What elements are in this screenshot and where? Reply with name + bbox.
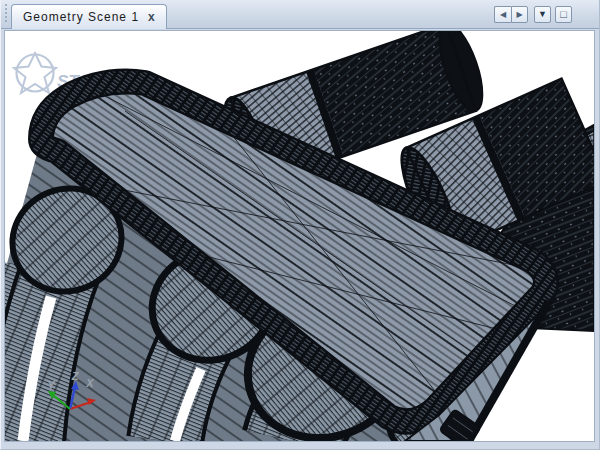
- graphics-viewport: STAR-CCM+: [4, 30, 595, 442]
- scroll-left-button[interactable]: ◀: [494, 6, 511, 23]
- dropdown-arrow-icon: ▼: [538, 10, 547, 19]
- tab-close-icon[interactable]: x: [148, 10, 155, 24]
- scroll-right-icon: ▶: [516, 11, 522, 19]
- tab-drag-grip[interactable]: [3, 2, 9, 24]
- maximize-button[interactable]: □: [555, 6, 572, 23]
- scene-window: Geometry Scene 1 x ◀ ▶ ▼ □: [0, 0, 600, 450]
- window-controls: ◀ ▶ ▼ □: [494, 6, 572, 23]
- scroll-right-button[interactable]: ▶: [511, 6, 528, 23]
- axis-x-label: X: [85, 377, 94, 389]
- tab-geometry-scene-1[interactable]: Geometry Scene 1 x: [11, 4, 167, 29]
- maximize-icon: □: [560, 9, 567, 20]
- axis-z-label: Z: [71, 370, 80, 382]
- scene-canvas[interactable]: STAR-CCM+: [5, 31, 594, 441]
- tab-bar: Geometry Scene 1 x ◀ ▶ ▼ □: [1, 0, 599, 29]
- tab-label: Geometry Scene 1: [23, 10, 139, 24]
- scroll-left-icon: ◀: [500, 11, 506, 19]
- opened-documents-button[interactable]: ▼: [534, 6, 551, 23]
